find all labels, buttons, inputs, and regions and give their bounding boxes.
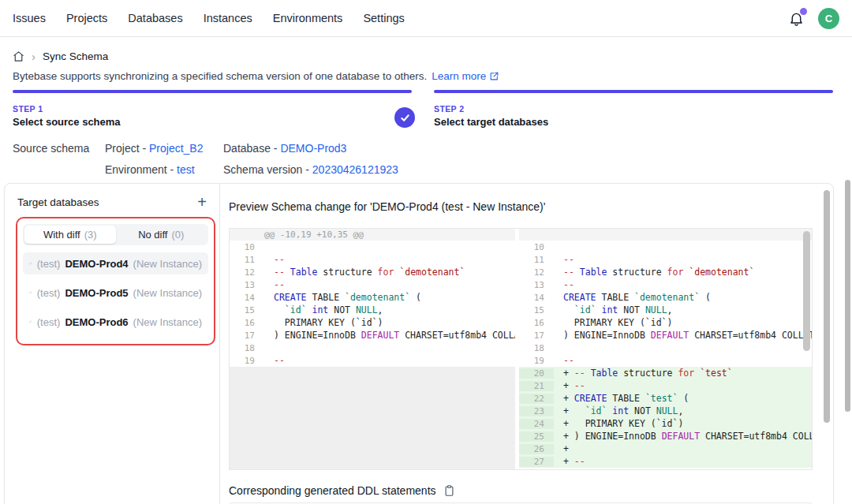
tab-no-diff[interactable]: No diff (0)	[116, 226, 207, 244]
line-number: 11	[230, 255, 264, 265]
code-line: 13--	[230, 278, 515, 291]
nav-item-settings[interactable]: Settings	[363, 12, 404, 24]
line-number: 14	[519, 293, 554, 303]
line-number: 21	[519, 381, 554, 391]
notification-badge	[800, 8, 807, 15]
ddl-statements-label: Corresponding generated DDL statements	[229, 484, 436, 497]
mysql-icon	[29, 287, 32, 298]
db-name: DEMO-Prod6	[65, 316, 128, 328]
step-1-title: Select source schema	[13, 116, 412, 128]
environment-label: Environment -	[105, 163, 177, 176]
nav-item-environments[interactable]: Environments	[273, 12, 343, 24]
copy-ddl-button[interactable]	[443, 484, 455, 497]
line-number: 15	[519, 305, 554, 315]
nav-items: IssuesProjectsDatabasesInstancesEnvironm…	[13, 12, 405, 24]
code-line: 21+ --	[519, 379, 812, 392]
line-content: --	[554, 355, 812, 366]
page-scrollbar[interactable]	[845, 180, 850, 412]
tab-with-diff[interactable]: With diff (3)	[24, 226, 116, 244]
learn-more-link[interactable]: Learn more	[432, 70, 486, 82]
db-environment: (test)	[37, 287, 61, 299]
nav-item-databases[interactable]: Databases	[128, 12, 182, 24]
check-icon	[400, 113, 410, 123]
code-line: 14CREATE TABLE `demotenant` (	[519, 291, 812, 304]
db-environment: (test)	[37, 258, 61, 270]
sync-schema-card: Target databases + With diff (3) No diff…	[4, 183, 834, 504]
mysql-icon	[29, 258, 32, 269]
line-content: `id` int NOT NULL,	[264, 304, 515, 315]
line-content: + `id` int NOT NULL,	[554, 405, 812, 416]
nav-item-instances[interactable]: Instances	[204, 12, 252, 24]
breadcrumb-page: Sync Schema	[43, 50, 108, 62]
project-link[interactable]: Project_B2	[149, 142, 203, 155]
line-number: 16	[230, 318, 264, 328]
add-target-database-button[interactable]: +	[197, 194, 207, 210]
code-line: 10	[519, 241, 812, 253]
target-database-item-demo-prod4[interactable]: (test)DEMO-Prod4(New Instance)	[23, 252, 208, 274]
line-content: -- Table structure for `demotenant`	[264, 267, 515, 278]
panel-scrollbar[interactable]	[824, 190, 830, 423]
diff-pane-modified: 1011--12-- Table structure for `demotena…	[519, 229, 812, 469]
code-line: 27+ --	[519, 455, 812, 468]
target-database-item-demo-prod6[interactable]: (test)DEMO-Prod6(New Instance)	[23, 311, 208, 333]
line-content: ) ENGINE=InnoDB DEFAULT CHARSET=utf8mb4 …	[554, 330, 812, 341]
code-line: 13--	[519, 278, 812, 291]
source-database-field: Database - DEMO-Prod3	[223, 142, 346, 155]
database-label: Database -	[223, 142, 280, 155]
line-content: CREATE TABLE `demotenant` (	[264, 292, 515, 303]
code-line: 12-- Table structure for `demotenant`	[230, 266, 515, 278]
line-number: 12	[519, 267, 554, 278]
target-database-item-demo-prod5[interactable]: (test)DEMO-Prod5(New Instance)	[23, 282, 208, 304]
database-link[interactable]: DEMO-Prod3	[280, 142, 346, 155]
target-databases-panel: Target databases + With diff (3) No diff…	[5, 184, 220, 504]
line-number: 14	[230, 293, 264, 303]
editor-scrollbar[interactable]	[803, 231, 810, 351]
diff-hunk-header: @@ -10,19 +10,35 @@	[264, 230, 364, 240]
code-line: 26+	[519, 442, 812, 455]
line-number: 19	[519, 356, 554, 366]
line-number: 18	[230, 343, 264, 353]
intro-sentence: Bytebase supports synchronizing a specif…	[13, 70, 427, 82]
nav-item-issues[interactable]: Issues	[13, 12, 46, 24]
step-2: STEP 2 Select target databases	[434, 90, 833, 128]
line-content: --	[264, 279, 515, 290]
line-number: 16	[519, 318, 554, 328]
code-line: 11--	[230, 253, 515, 266]
code-line: 23+ `id` int NOT NULL,	[519, 405, 812, 417]
target-database-list: (test)DEMO-Prod4(New Instance)(test)DEMO…	[21, 252, 210, 333]
line-content: ) ENGINE=InnoDB DEFAULT CHARSET=utf8mb4 …	[264, 330, 515, 341]
project-label: Project -	[105, 142, 149, 155]
schema-diff-editor: @@ -10,19 +10,35 @@ 1011--12-- Table str…	[229, 228, 813, 470]
db-suffix: (New Instance)	[133, 316, 202, 328]
line-number: 10	[519, 242, 554, 252]
code-line: 17) ENGINE=InnoDB DEFAULT CHARSET=utf8mb…	[519, 329, 812, 342]
line-number: 12	[230, 267, 264, 278]
line-content: + ) ENGINE=InnoDB DEFAULT CHARSET=utf8mb…	[554, 431, 812, 442]
db-name: DEMO-Prod4	[65, 258, 128, 270]
line-number: 22	[519, 394, 554, 404]
code-line: 11--	[519, 253, 812, 266]
code-line: 15 `id` int NOT NULL,	[519, 304, 812, 316]
mysql-icon	[29, 316, 32, 327]
environment-link[interactable]: test	[177, 163, 195, 176]
tab-no-diff-label: No diff	[138, 229, 167, 241]
home-icon[interactable]	[13, 50, 24, 62]
step-1-label: STEP 1	[13, 104, 412, 114]
line-number: 17	[519, 330, 554, 341]
nav-item-projects[interactable]: Projects	[66, 12, 107, 24]
top-nav: IssuesProjectsDatabasesInstancesEnvironm…	[0, 0, 852, 37]
step-1: STEP 1 Select source schema	[13, 90, 412, 128]
code-line: 15 `id` int NOT NULL,	[230, 304, 515, 316]
code-line: 16 PRIMARY KEY (`id`)	[519, 316, 812, 329]
external-link-icon[interactable]	[489, 71, 499, 81]
code-line: 22+ CREATE TABLE `test` (	[519, 392, 812, 405]
line-number: 23	[519, 406, 554, 416]
preview-title: Preview Schema change for 'DEMO-Prod4 (t…	[229, 200, 545, 213]
line-content: CREATE TABLE `demotenant` (	[554, 292, 812, 303]
schema-version-link[interactable]: 20230426121923	[312, 163, 398, 176]
avatar[interactable]: C	[818, 8, 839, 29]
notifications-button[interactable]	[787, 9, 805, 28]
code-line: 18	[519, 342, 812, 354]
line-content: + PRIMARY KEY (`id`)	[554, 418, 812, 429]
code-line: 14CREATE TABLE `demotenant` (	[230, 291, 515, 304]
